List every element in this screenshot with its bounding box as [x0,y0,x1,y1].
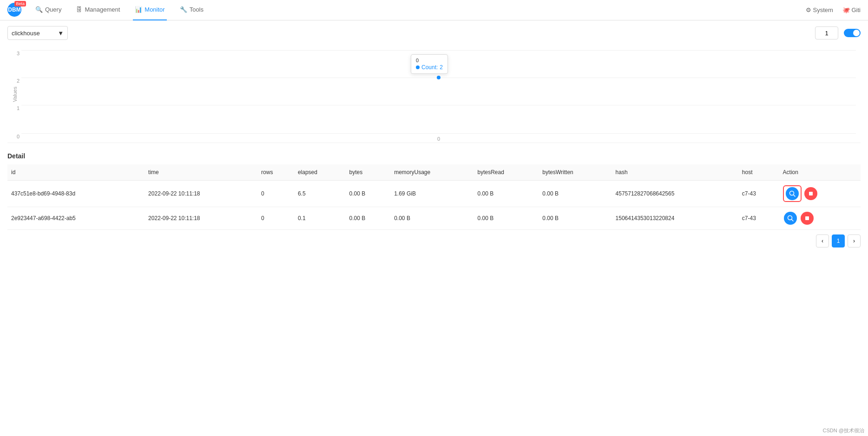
svg-line-4 [791,220,793,221]
col-hash: hash [612,164,738,181]
table-body: 437c51e8-bd69-4948-83d2022-09-22 10:11:1… [7,181,861,230]
database-dropdown[interactable]: clickhouse ▼ [7,26,68,40]
nav-label-tools: Tools [190,6,204,13]
chart-container: Values 3 2 1 0 0 Count: [7,46,861,143]
nav-item-query[interactable]: 🔍 Query [33,0,63,20]
cell-bytesRead: 0.00 B [473,207,539,230]
cell-memoryUsage: 0.00 B [390,207,473,230]
dropdown-arrow-icon: ▼ [58,30,64,37]
detail-title: Detail [7,152,861,160]
grid-line-1: 1 [21,105,856,105]
logo: DBM Beta [7,3,22,18]
action-cell [783,212,857,225]
tooltip-count-value: 2 [440,64,443,71]
pagination-row: ‹ 1 › [7,230,861,252]
table-row: 437c51e8-bd69-4948-83d2022-09-22 10:11:1… [7,181,861,207]
grid-line-0: 0 [21,133,856,134]
page-1-button[interactable]: 1 [832,234,845,247]
col-host: host [738,164,779,181]
nav-label-monitor: Monitor [145,6,164,13]
header: DBM Beta 🔍 Query 🗄 Management 📊 Monitor … [0,0,868,20]
toggle-switch[interactable] [844,29,861,37]
y-axis-label: Values [12,86,18,102]
y-label-1: 1 [17,105,21,111]
stop-action-button[interactable] [804,187,817,200]
tooltip-value: Count: 2 [416,64,443,71]
nav-item-monitor[interactable]: 📊 Monitor [133,0,166,20]
col-id: id [7,164,145,181]
main-content: clickhouse ▼ Values 3 2 1 0 [0,20,868,258]
chart-data-point [437,76,441,79]
table-row: 2e923447-a698-4422-ab52022-09-22 10:11:1… [7,207,861,230]
cell-bytesWritten: 0.00 B [539,181,612,207]
cell-bytes: 0.00 B [346,181,391,207]
cell-memoryUsage: 1.69 GiB [390,181,473,207]
cell-rows: 0 [257,207,294,230]
controls-row: clickhouse ▼ [7,26,861,40]
header-right: ⚙ System 🐙 Giti [806,7,861,13]
grid-line-3: 3 [21,50,856,51]
tools-icon: 🔧 [180,6,187,13]
y-label-3: 3 [17,51,21,56]
giti-link[interactable]: 🐙 Giti [842,7,861,13]
prev-page-button[interactable]: ‹ [816,234,829,247]
header-row: id time rows elapsed bytes memoryUsage b… [7,164,861,181]
svg-rect-5 [805,216,809,220]
cell-action [779,181,861,207]
table-header: id time rows elapsed bytes memoryUsage b… [7,164,861,181]
cell-action [779,207,861,230]
col-action: Action [779,164,861,181]
cell-bytesWritten: 0.00 B [539,207,612,230]
tooltip-count-label: Count: [421,64,438,71]
nav-label-query: Query [45,6,61,13]
col-memoryusage: memoryUsage [390,164,473,181]
y-label-2: 2 [17,78,21,84]
cell-time: 2022-09-22 10:11:18 [145,181,257,207]
table-wrapper: id time rows elapsed bytes memoryUsage b… [7,164,861,230]
tooltip-dot [416,65,420,69]
cell-host: c7-43 [738,181,779,207]
svg-line-1 [793,195,795,197]
x-axis-label: 0 [437,136,440,142]
col-elapsed: elapsed [294,164,346,181]
data-table: id time rows elapsed bytes memoryUsage b… [7,164,861,230]
chart-inner: 3 2 1 0 0 Count: 2 [21,50,856,133]
col-time: time [145,164,257,181]
search-action-button[interactable] [786,187,799,200]
svg-rect-2 [809,192,813,195]
nav-item-tools[interactable]: 🔧 Tools [178,0,205,20]
query-icon: 🔍 [35,6,43,13]
nav-item-management[interactable]: 🗄 Management [74,0,122,20]
cell-elapsed: 6.5 [294,181,346,207]
dropdown-value: clickhouse [12,30,40,37]
cell-host: c7-43 [738,207,779,230]
cell-hash: 1506414353013220824 [612,207,738,230]
stop-action-button[interactable] [801,212,814,225]
detail-section: Detail id time rows elapsed bytes memory… [7,152,861,252]
cell-rows: 0 [257,181,294,207]
action-highlight-wrapper [783,185,802,202]
page-number-input[interactable] [815,26,838,39]
search-action-button[interactable] [784,212,797,225]
action-cell [783,185,857,202]
cell-id: 2e923447-a698-4422-ab5 [7,207,145,230]
nav-label-management: Management [85,6,120,13]
cell-elapsed: 0.1 [294,207,346,230]
system-link[interactable]: ⚙ System [806,7,833,13]
cell-bytes: 0.00 B [346,207,391,230]
cell-id: 437c51e8-bd69-4948-83d [7,181,145,207]
beta-badge: Beta [14,1,26,7]
cell-bytesRead: 0.00 B [473,181,539,207]
tooltip-label: 0 [416,58,443,63]
col-rows: rows [257,164,294,181]
col-bytesread: bytesRead [473,164,539,181]
management-icon: 🗄 [76,6,82,13]
next-page-button[interactable]: › [848,234,861,247]
col-byteswritten: bytesWritten [539,164,612,181]
col-bytes: bytes [346,164,391,181]
cell-time: 2022-09-22 10:11:18 [145,207,257,230]
cell-hash: 4575712827068642565 [612,181,738,207]
chart-tooltip: 0 Count: 2 [411,54,448,74]
logo-text: DBM [8,7,20,13]
monitor-icon: 📊 [135,6,142,13]
